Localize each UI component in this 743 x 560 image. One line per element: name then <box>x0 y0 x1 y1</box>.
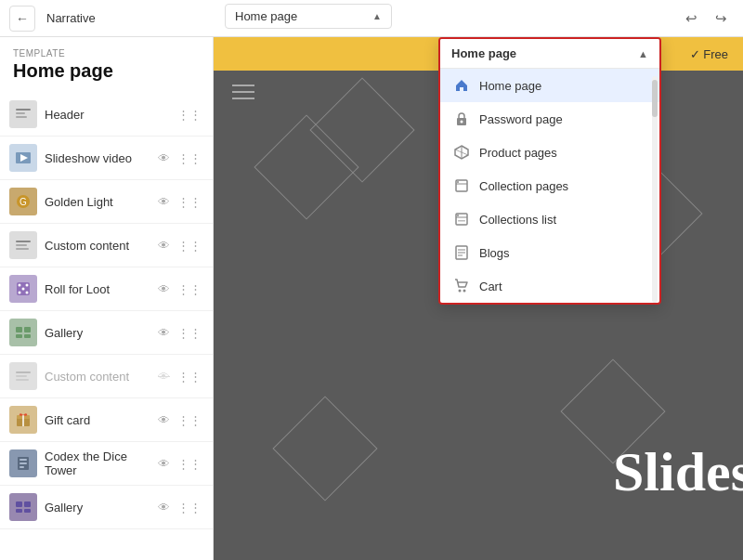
svg-text:G: G <box>20 197 27 207</box>
dropdown-item-blogs[interactable]: Blogs <box>440 236 659 269</box>
sidebar-item-codex[interactable]: Codex the Dice Tower 👁 ⋮⋮ <box>0 442 213 486</box>
dropdown-item-collections-list[interactable]: Collections list <box>440 202 659 236</box>
cart-icon <box>453 278 470 294</box>
drag-icon-giftcard[interactable]: ⋮⋮ <box>176 411 203 429</box>
svg-point-11 <box>19 284 21 287</box>
collection-icon <box>453 177 470 194</box>
dropdown-scrollbar[interactable] <box>652 76 658 303</box>
sidebar-icon-roll <box>9 275 37 303</box>
product-icon <box>453 144 470 161</box>
redo-icon: ↪ <box>715 10 727 27</box>
drag-icon-gallery2[interactable]: ⋮⋮ <box>176 499 203 516</box>
sidebar-actions-custom2: 👁 ⋮⋮ <box>156 368 203 385</box>
eye-icon-custom1[interactable]: 👁 <box>156 237 172 254</box>
dropdown-item-cart[interactable]: Cart <box>440 269 659 303</box>
sidebar-actions-golden: 👁 ⋮⋮ <box>156 193 203 211</box>
sidebar-item-gallery1[interactable]: Gallery 👁 ⋮⋮ <box>0 311 213 355</box>
drag-icon-custom1[interactable]: ⋮⋮ <box>176 237 203 254</box>
sidebar-actions-roll: 👁 ⋮⋮ <box>156 280 203 298</box>
drag-icon-roll[interactable]: ⋮⋮ <box>176 280 203 298</box>
sidebar-icon-custom2 <box>9 362 37 390</box>
drag-icon-custom2[interactable]: ⋮⋮ <box>176 368 203 385</box>
svg-point-52 <box>463 290 466 293</box>
sidebar-item-custom1[interactable]: Custom content 👁 ⋮⋮ <box>0 224 213 267</box>
topbar: ← Narrative ↩ ↪ Home page ▲ <box>0 0 743 37</box>
svg-rect-46 <box>458 220 465 222</box>
sidebar-item-gallery2[interactable]: Gallery 👁 ⋮⋮ <box>0 486 213 529</box>
svg-rect-17 <box>24 327 31 332</box>
sidebar-label-codex: Codex the Dice Tower <box>45 449 149 477</box>
sidebar-icon-gallery2 <box>9 493 37 521</box>
back-button[interactable]: ← <box>9 6 35 32</box>
eye-icon-giftcard[interactable]: 👁 <box>156 411 172 429</box>
dropdown-label-collections-list: Collections list <box>479 213 556 227</box>
sidebar-actions-custom1: 👁 ⋮⋮ <box>156 237 203 254</box>
collections-list-icon <box>453 211 470 228</box>
undo-button[interactable]: ↩ <box>678 6 704 32</box>
eye-icon-gallery1[interactable]: 👁 <box>156 324 172 342</box>
sidebar-label-gallery1: Gallery <box>45 326 149 340</box>
eye-icon-roll[interactable]: 👁 <box>156 280 172 298</box>
page-selector-button[interactable]: Home page ▲ <box>225 4 392 29</box>
sidebar-actions-giftcard: 👁 ⋮⋮ <box>156 411 203 429</box>
drag-icon-golden[interactable]: ⋮⋮ <box>176 193 203 211</box>
svg-rect-28 <box>20 462 27 464</box>
dropdown-label-collection: Collection pages <box>479 179 568 193</box>
svg-point-45 <box>457 215 459 216</box>
svg-point-43 <box>457 181 459 183</box>
svg-rect-18 <box>16 334 22 338</box>
eye-icon-codex[interactable]: 👁 <box>156 455 172 473</box>
sidebar-item-custom2[interactable]: Custom content 👁 ⋮⋮ <box>0 355 213 398</box>
sidebar-icon-slideshow <box>9 144 37 172</box>
svg-rect-32 <box>16 509 22 513</box>
back-icon: ← <box>16 11 29 26</box>
sidebar-actions-slideshow: 👁 ⋮⋮ <box>156 150 203 167</box>
undo-icon: ↩ <box>685 10 697 27</box>
dropdown-chevron-icon: ▲ <box>638 48 648 59</box>
dropdown-label-product: Product pages <box>479 146 557 160</box>
sidebar-item-giftcard[interactable]: Gift card 👁 ⋮⋮ <box>0 398 213 442</box>
sidebar-icon-custom1 <box>9 231 37 259</box>
redo-button[interactable]: ↪ <box>708 6 734 32</box>
eye-icon-golden[interactable]: 👁 <box>156 193 172 211</box>
blogs-icon <box>453 244 470 261</box>
sidebar: TEMPLATE Home page Header ⋮⋮ <box>0 37 214 560</box>
home-icon <box>453 77 470 94</box>
sidebar-item-golden[interactable]: G Golden Light 👁 ⋮⋮ <box>0 180 213 224</box>
dropdown-item-product[interactable]: Product pages <box>440 136 659 169</box>
sidebar-icon-header <box>9 100 37 128</box>
drag-icon-codex[interactable]: ⋮⋮ <box>176 455 203 473</box>
drag-icon-gallery1[interactable]: ⋮⋮ <box>176 324 203 342</box>
template-label: TEMPLATE <box>13 48 200 59</box>
svg-rect-16 <box>16 327 22 332</box>
dropdown-scrollbar-thumb <box>652 80 658 117</box>
svg-rect-29 <box>20 466 24 468</box>
dropdown-item-password[interactable]: Password page <box>440 102 659 136</box>
sidebar-label-gallery2: Gallery <box>45 501 149 514</box>
sidebar-actions-gallery1: 👁 ⋮⋮ <box>156 324 203 342</box>
sidebar-item-header[interactable]: Header ⋮⋮ <box>0 93 213 137</box>
hamburger-icon[interactable] <box>232 84 254 105</box>
svg-rect-27 <box>20 459 27 461</box>
sidebar-item-roll[interactable]: Roll for Loot 👁 ⋮⋮ <box>0 267 213 311</box>
svg-rect-19 <box>24 334 31 338</box>
dropdown-item-collection[interactable]: Collection pages <box>440 169 659 202</box>
dropdown-header[interactable]: Home page ▲ <box>440 39 659 69</box>
eye-icon-gallery2[interactable]: 👁 <box>156 499 172 516</box>
page-dropdown: Home page ▲ Home page <box>438 37 661 305</box>
sidebar-item-slideshow[interactable]: Slideshow video 👁 ⋮⋮ <box>0 137 213 180</box>
sidebar-actions-header: ⋮⋮ <box>176 106 203 124</box>
sidebar-icon-golden: G <box>9 188 37 215</box>
eye-icon-slideshow[interactable]: 👁 <box>156 150 172 167</box>
eye-icon-custom2[interactable]: 👁 <box>156 368 172 385</box>
main-layout: TEMPLATE Home page Header ⋮⋮ <box>0 37 743 560</box>
password-icon <box>453 111 470 127</box>
drag-icon-header[interactable]: ⋮⋮ <box>176 106 203 124</box>
topbar-title: Narrative <box>46 11 96 25</box>
drag-icon-slideshow[interactable]: ⋮⋮ <box>176 150 203 167</box>
free-label: ✓ Free <box>690 47 728 61</box>
dropdown-item-home[interactable]: Home page <box>440 69 659 102</box>
svg-point-38 <box>461 121 463 124</box>
svg-point-13 <box>22 288 25 291</box>
svg-rect-8 <box>16 244 27 246</box>
